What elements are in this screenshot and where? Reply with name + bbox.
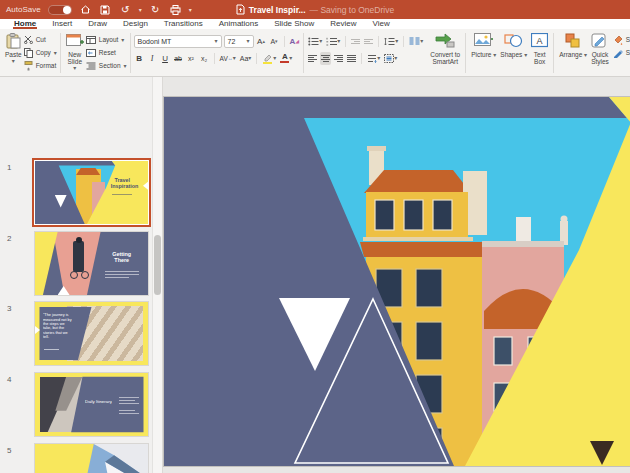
autosave-toggle[interactable]: [48, 5, 72, 15]
numbering-button[interactable]: ▾: [325, 35, 341, 48]
ribbon: Paste ▾ Cut Copy ▾ Format New Slide ▾ La…: [0, 29, 630, 77]
ribbon-tab-bar: Home Insert Draw Design Transitions Anim…: [0, 19, 630, 29]
highlight-caret-icon: ▾: [273, 55, 276, 61]
font-color-button[interactable]: A ▾: [279, 52, 293, 65]
case-caret-icon: ▾: [248, 55, 251, 61]
copy-caret-icon: ▾: [54, 50, 57, 56]
tab-transitions[interactable]: Transitions: [156, 19, 211, 29]
slide-thumbnail-1[interactable]: Travel Inspiration: [35, 161, 148, 224]
align-left-button[interactable]: [307, 52, 318, 65]
character-spacing-button[interactable]: AV↔▾: [219, 52, 237, 65]
slide-thumbnail-3[interactable]: "The journey is measured not by the step…: [35, 302, 148, 365]
highlighter-icon: [262, 53, 273, 64]
font-size-caret-icon: ▾: [247, 38, 250, 44]
save-icon[interactable]: [99, 3, 112, 16]
bullets-caret-icon: ▾: [319, 38, 322, 44]
paste-caret-icon: ▾: [12, 58, 15, 64]
reset-icon: [86, 49, 96, 57]
tab-view[interactable]: View: [365, 19, 398, 29]
text-box-icon: A: [531, 32, 548, 49]
picture-button[interactable]: Picture ▾: [469, 32, 498, 58]
tab-draw[interactable]: Draw: [80, 19, 115, 29]
highlight-color-button[interactable]: ▾: [261, 52, 277, 65]
slide-thumbnail-4[interactable]: Daily Itinerary: [35, 373, 148, 436]
spacing-caret-icon: ▾: [233, 55, 236, 61]
text-direction-button[interactable]: ▾: [366, 52, 381, 65]
new-slide-icon: [66, 32, 84, 49]
sidebar-scrollbar-thumb[interactable]: [154, 235, 161, 295]
align-center-button[interactable]: [320, 52, 331, 65]
columns-icon: [409, 37, 420, 46]
grow-font-arrow-icon: ▴: [262, 38, 265, 44]
slide-thumbnail-2[interactable]: Getting There: [35, 232, 148, 295]
picture-icon: [474, 32, 493, 49]
bullets-icon: [308, 37, 319, 46]
font-name-select[interactable]: Bodoni MT ▾: [134, 35, 222, 48]
underline-button[interactable]: U: [160, 52, 171, 65]
document-title: Travel Inspir...: [249, 5, 306, 15]
shape-fill-button[interactable]: Shape: [613, 34, 630, 45]
bold-button[interactable]: B: [134, 52, 145, 65]
convert-smartart-button[interactable]: Convert to SmartArt: [428, 32, 462, 65]
tab-animations[interactable]: Animations: [211, 19, 267, 29]
align-right-button[interactable]: [333, 52, 344, 65]
new-slide-button[interactable]: New Slide ▾: [64, 32, 86, 71]
cut-button[interactable]: Cut: [24, 34, 57, 45]
tab-insert[interactable]: Insert: [44, 19, 80, 29]
tab-review[interactable]: Review: [322, 19, 364, 29]
reset-button[interactable]: Reset: [86, 47, 127, 58]
line-spacing-button[interactable]: ▾: [383, 35, 399, 48]
sync-doc-icon: [236, 1, 245, 19]
shape-outline-button[interactable]: Shape: [613, 47, 630, 58]
bullets-button[interactable]: ▾: [307, 35, 323, 48]
format-brush-icon: [24, 61, 33, 71]
slide-thumbnail-panel: 1 Travel Inspiration 2 Getting There 3 "…: [0, 77, 162, 473]
change-case-button[interactable]: Aa▾: [239, 52, 253, 65]
slide2-title: Getting There: [108, 251, 136, 263]
paste-clipboard-icon: [6, 32, 21, 49]
tab-home[interactable]: Home: [6, 19, 44, 29]
tab-slideshow[interactable]: Slide Show: [266, 19, 322, 29]
align-text-button[interactable]: ▾: [383, 52, 398, 65]
slide-number-2: 2: [7, 234, 11, 243]
paste-button[interactable]: Paste ▾: [3, 32, 24, 64]
quick-styles-button[interactable]: Quick Styles: [589, 32, 611, 65]
superscript-button[interactable]: x²: [186, 52, 197, 65]
format-painter-button[interactable]: Format: [24, 60, 57, 71]
slide1-title: Travel Inspiration: [110, 177, 133, 189]
italic-button[interactable]: I: [147, 52, 158, 65]
undo-caret-icon[interactable]: ▾: [139, 7, 142, 13]
current-slide-editor[interactable]: [164, 97, 630, 466]
home-icon[interactable]: [79, 3, 92, 16]
font-size-select[interactable]: 72 ▾: [224, 35, 254, 48]
subscript-button[interactable]: x₂: [199, 52, 210, 65]
sidebar-scrollbar-track[interactable]: [152, 77, 162, 473]
increase-indent-icon: [364, 39, 373, 44]
autosave-label: AutoSave: [6, 5, 41, 14]
clear-formatting-button[interactable]: A◢: [289, 35, 301, 48]
layout-button[interactable]: Layout ▾: [86, 34, 127, 45]
slide-thumbnail-5[interactable]: Trip Goals: [35, 444, 148, 473]
shapes-icon: [504, 32, 524, 49]
toolbar-options-caret-icon[interactable]: ▾: [189, 7, 192, 13]
print-icon[interactable]: [169, 3, 182, 16]
copy-button[interactable]: Copy ▾: [24, 47, 57, 58]
shape-fill-icon: [613, 35, 623, 45]
justify-button[interactable]: [346, 52, 357, 65]
tab-design[interactable]: Design: [115, 19, 156, 29]
decrease-indent-button[interactable]: [350, 35, 361, 48]
columns-button[interactable]: ▾: [408, 35, 424, 48]
increase-indent-button[interactable]: [363, 35, 374, 48]
shrink-font-button[interactable]: A▾: [269, 35, 280, 48]
grow-font-button[interactable]: A▴: [256, 35, 267, 48]
section-button[interactable]: Section ▾: [86, 60, 127, 71]
arrange-button[interactable]: Arrange ▾: [557, 32, 589, 58]
align-left-icon: [308, 55, 317, 62]
text-box-button[interactable]: A Text Box: [529, 32, 550, 65]
slide1-artwork: [164, 97, 630, 466]
shapes-button[interactable]: Shapes ▾: [498, 32, 529, 58]
strikethrough-button[interactable]: ab: [173, 52, 184, 65]
redo-icon[interactable]: ↻: [149, 3, 162, 16]
undo-icon[interactable]: ↺: [119, 3, 132, 16]
decrease-indent-icon: [351, 39, 360, 44]
